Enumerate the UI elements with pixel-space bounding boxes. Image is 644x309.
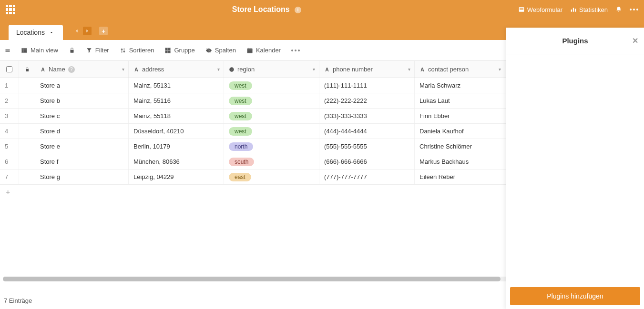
svg-rect-19: [168, 50, 171, 53]
cell-region[interactable]: west: [224, 124, 319, 139]
chevron-down-icon[interactable]: ▾: [122, 67, 124, 72]
lock-icon: [24, 67, 30, 72]
lock-icon[interactable]: [69, 47, 75, 54]
filter-button[interactable]: Filter: [86, 47, 109, 54]
cell-region[interactable]: west: [224, 93, 319, 108]
select-all-checkbox[interactable]: [6, 66, 12, 72]
region-tag: south: [229, 158, 254, 166]
region-tag: west: [229, 97, 252, 105]
cell-name[interactable]: Store a: [35, 78, 129, 93]
header-checkbox[interactable]: [0, 61, 19, 78]
plugins-panel-footer: Plugins hinzufügen: [506, 283, 644, 309]
calendar-button[interactable]: Kalender: [246, 47, 281, 54]
chevron-down-icon[interactable]: ▾: [313, 67, 315, 72]
row-number: 4: [0, 124, 19, 139]
row-lock-cell: [19, 93, 35, 108]
chevron-down-icon[interactable]: ▾: [217, 67, 220, 72]
scrollbar-thumb[interactable]: [3, 277, 501, 281]
cell-contact[interactable]: Christine Schlömer: [415, 139, 505, 154]
sort-button[interactable]: Sortieren: [120, 47, 154, 54]
svg-rect-15: [70, 50, 73, 52]
columns-button[interactable]: Spalten: [205, 47, 236, 54]
cell-name[interactable]: Store g: [35, 169, 129, 184]
svg-rect-2: [520, 9, 523, 10]
cell-region[interactable]: south: [224, 154, 319, 169]
plugins-add-button[interactable]: Plugins hinzufügen: [510, 287, 640, 305]
column-header-phone[interactable]: phone number ▾: [319, 61, 415, 78]
sort-icon: [120, 47, 126, 54]
cell-name[interactable]: Store c: [35, 109, 129, 123]
chevron-down-icon[interactable]: ▾: [499, 67, 501, 72]
calendar-icon: [246, 47, 253, 54]
cell-phone[interactable]: (111)-111-1111: [319, 78, 415, 93]
column-header-region[interactable]: region ▾: [224, 61, 319, 78]
cell-name[interactable]: Store e: [35, 139, 129, 154]
plugins-panel: Plugins ✕ Plugins hinzufügen: [506, 28, 644, 309]
group-button[interactable]: Gruppe: [164, 47, 194, 54]
tab-next-arrow[interactable]: [83, 27, 92, 35]
help-icon[interactable]: ?: [68, 66, 75, 73]
cell-phone[interactable]: (333)-333-3333: [319, 109, 415, 123]
toolbar-more-icon[interactable]: [291, 50, 300, 51]
more-menu-icon[interactable]: [630, 9, 638, 10]
info-icon[interactable]: i: [295, 7, 301, 13]
close-icon[interactable]: ✕: [632, 36, 638, 45]
cell-contact[interactable]: Maria Schwarz: [415, 78, 505, 93]
svg-rect-18: [165, 50, 168, 53]
cell-contact[interactable]: Daniela Kaufhof: [415, 124, 505, 139]
cell-address[interactable]: Berlin, 10179: [129, 139, 224, 154]
row-lock-cell: [19, 154, 35, 169]
text-type-icon: [324, 67, 330, 72]
row-number: 6: [0, 154, 19, 169]
row-number: 1: [0, 78, 19, 93]
filter-icon: [86, 47, 92, 54]
bell-icon[interactable]: [615, 6, 622, 13]
cell-name[interactable]: Store d: [35, 124, 129, 139]
column-header-name[interactable]: Name ? ▾: [35, 61, 129, 78]
cell-address[interactable]: München, 80636: [129, 154, 224, 169]
main-view-selector[interactable]: Main view: [21, 47, 58, 54]
column-header-address[interactable]: address ▾: [129, 61, 224, 78]
row-lock-cell: [19, 109, 35, 123]
cell-region[interactable]: east: [224, 169, 319, 184]
eye-off-icon: [205, 47, 212, 54]
stats-link[interactable]: Statistiken: [570, 6, 608, 13]
column-header-contact[interactable]: contact person ▾: [415, 61, 505, 78]
svg-rect-22: [26, 69, 29, 71]
cell-address[interactable]: Mainz, 55131: [129, 78, 224, 93]
cell-region[interactable]: west: [224, 109, 319, 123]
cell-address[interactable]: Düsseldorf, 40210: [129, 124, 224, 139]
cell-address[interactable]: Mainz, 55118: [129, 109, 224, 123]
cell-contact[interactable]: Lukas Laut: [415, 93, 505, 108]
cell-contact[interactable]: Finn Ebber: [415, 109, 505, 123]
cell-contact[interactable]: Markus Backhaus: [415, 154, 505, 169]
cell-name[interactable]: Store b: [35, 93, 129, 108]
row-number: 7: [0, 169, 19, 184]
tab-locations[interactable]: Locations: [9, 25, 63, 40]
region-tag: west: [229, 127, 252, 136]
row-lock-cell: [19, 139, 35, 154]
cell-contact[interactable]: Eileen Reber: [415, 169, 505, 184]
cell-address[interactable]: Mainz, 55116: [129, 93, 224, 108]
cell-region[interactable]: north: [224, 139, 319, 154]
header-top-bar: Store Locations i Webformular Statistike…: [0, 0, 644, 19]
cell-phone[interactable]: (222)-222-2222: [319, 93, 415, 108]
tab-prev-arrow[interactable]: [72, 27, 81, 35]
cell-phone[interactable]: (666)-666-6666: [319, 154, 415, 169]
cell-region[interactable]: west: [224, 78, 319, 93]
chevron-down-icon[interactable]: ▾: [408, 67, 410, 72]
table-icon: [21, 47, 28, 54]
webform-link[interactable]: Webformular: [518, 6, 562, 13]
cell-phone[interactable]: (444)-444-4444: [319, 124, 415, 139]
cell-name[interactable]: Store f: [35, 154, 129, 169]
svg-rect-3: [571, 10, 572, 12]
select-type-icon: [229, 67, 235, 72]
cell-address[interactable]: Leipzig, 04229: [129, 169, 224, 184]
row-lock-cell: [19, 78, 35, 93]
svg-rect-17: [168, 48, 171, 50]
tab-add-button[interactable]: +: [99, 27, 108, 35]
cell-phone[interactable]: (777)-777-7777: [319, 169, 415, 184]
apps-menu-icon[interactable]: [6, 5, 15, 14]
cell-phone[interactable]: (555)-555-5555: [319, 139, 415, 154]
menu-icon[interactable]: [5, 48, 10, 53]
